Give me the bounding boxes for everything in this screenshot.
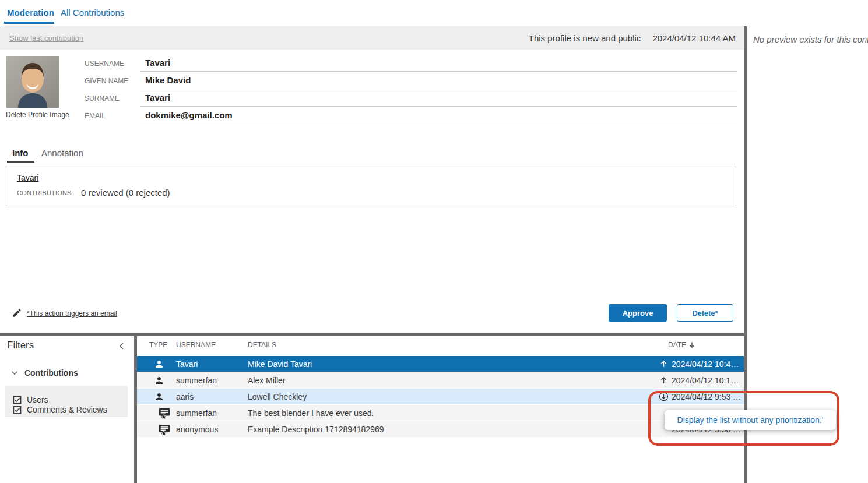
row-username: aaris — [176, 392, 248, 401]
filter-group-contributions[interactable]: Contributions — [10, 368, 78, 378]
row-date: 2024/04/12 9:53 … — [672, 392, 744, 401]
tab-info[interactable]: Info — [12, 148, 29, 158]
table-row[interactable]: anonymous Example Description 1712894182… — [137, 421, 744, 438]
row-username: anonymous — [176, 425, 248, 434]
contributions-label: CONTRIBUTIONS: — [17, 189, 73, 196]
given-name-value[interactable]: Mike David — [140, 72, 737, 89]
comment-review-icon — [153, 424, 165, 435]
show-last-contribution-link[interactable]: Show last contribution — [9, 34, 83, 43]
tab-annotation[interactable]: Annotation — [41, 148, 83, 158]
checkbox-checked-icon — [13, 406, 22, 414]
arrow-up-icon — [659, 376, 668, 385]
row-details: Lowell Checkley — [248, 392, 655, 401]
tab-moderation[interactable]: Moderation — [7, 8, 54, 17]
row-details: Alex Miller — [248, 376, 655, 385]
field-username: USERNAME Tavari — [0, 55, 737, 72]
checkbox-checked-icon — [13, 396, 22, 404]
field-email: EMAIL dokmike@gmail.com — [0, 107, 737, 125]
row-details: Example Description 1712894182969 — [248, 425, 655, 434]
filter-group-label: Contributions — [24, 368, 78, 378]
sort-descending-icon[interactable] — [688, 341, 696, 349]
chevron-left-icon[interactable] — [117, 341, 126, 351]
filter-options-box: Users Comments & Reviews — [5, 386, 128, 417]
field-label: USERNAME — [85, 59, 124, 68]
edit-icon — [12, 308, 22, 318]
row-date: 2024/04/12 10:4… — [672, 359, 744, 369]
table-row[interactable]: aaris Lowell Checkley 2024/04/12 9:53 … — [137, 389, 744, 405]
profile-status-text: This profile is new and public — [529, 33, 641, 43]
horizontal-divider — [0, 333, 744, 336]
filter-option-users[interactable]: Users — [13, 395, 136, 404]
table-row[interactable]: Tavari Mike David Tavari 2024/04/12 10:4… — [137, 356, 744, 372]
field-given-name: GIVEN NAME Mike David — [0, 72, 737, 90]
email-value[interactable]: dokmike@gmail.com — [140, 107, 737, 124]
active-tab-underline — [4, 22, 54, 24]
row-details: Mike David Tavari — [248, 359, 655, 369]
column-header-username[interactable]: USERNAME — [176, 341, 216, 349]
status-bar: Show last contribution This profile is n… — [0, 26, 744, 50]
person-icon — [154, 359, 164, 369]
delete-button[interactable]: Delete* — [677, 304, 733, 322]
column-header-type[interactable]: TYPE — [149, 341, 167, 349]
field-label: GIVEN NAME — [85, 77, 128, 85]
info-panel: Tavari CONTRIBUTIONS: 0 reviewed (0 reje… — [6, 165, 736, 206]
filter-option-label: Users — [27, 395, 48, 404]
profile-timestamp: 2024/04/12 10:44 AM — [652, 33, 736, 43]
comment-review-icon — [153, 408, 165, 418]
sort-tooltip: Display the list without any prioritizat… — [665, 410, 836, 430]
field-surname: SURNAME Tavari — [0, 90, 737, 107]
row-date: 2024/04/12 10:1… — [672, 376, 744, 385]
contributions-value: 0 reviewed (0 rejected) — [81, 188, 170, 198]
column-header-date[interactable]: DATE — [668, 341, 686, 349]
arrow-up-icon — [659, 359, 668, 368]
row-username: summerfan — [176, 376, 248, 385]
username-value[interactable]: Tavari — [140, 55, 737, 72]
email-trigger-note-link[interactable]: *This action triggers an email — [27, 309, 117, 318]
surname-value[interactable]: Tavari — [140, 90, 737, 107]
chevron-down-icon — [10, 369, 19, 377]
no-preview-message: No preview exists for this contr — [753, 34, 868, 44]
field-label: SURNAME — [85, 94, 120, 103]
tab-all-contributions[interactable]: All Contributions — [61, 8, 124, 17]
filters-title: Filters — [7, 340, 34, 351]
moderation-screen: Moderation All Contributions Show last c… — [0, 0, 868, 483]
filter-option-label: Comments & Reviews — [27, 405, 107, 414]
column-header-details[interactable]: DETAILS — [248, 341, 276, 349]
table-row[interactable]: summerfan The best blender I have ever u… — [137, 405, 744, 421]
row-username: summerfan — [176, 408, 248, 418]
info-tab-underline — [7, 161, 34, 163]
filter-option-comments[interactable]: Comments & Reviews — [13, 405, 136, 414]
row-username: Tavari — [176, 359, 248, 369]
row-details: The best blender I have ever used. — [248, 408, 655, 418]
approve-button[interactable]: Approve — [609, 304, 667, 322]
arrow-down-circle-icon — [659, 392, 669, 401]
contributions-table: Tavari Mike David Tavari 2024/04/12 10:4… — [137, 356, 744, 438]
username-link[interactable]: Tavari — [17, 173, 38, 182]
person-icon — [154, 375, 164, 386]
table-row[interactable]: summerfan Alex Miller 2024/04/12 10:1… — [137, 372, 744, 389]
person-icon — [154, 392, 164, 402]
field-label: EMAIL — [85, 112, 106, 120]
